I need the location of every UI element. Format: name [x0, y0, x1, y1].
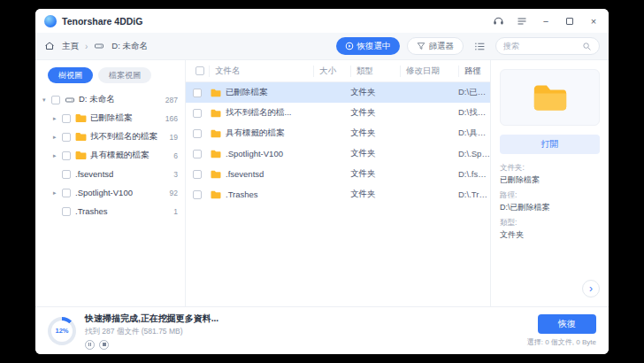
recover-icon	[345, 42, 354, 50]
recover-button[interactable]: 恢復	[538, 314, 596, 334]
checkbox[interactable]	[62, 207, 71, 216]
preview-field-label: 路徑:	[500, 190, 600, 201]
close-button[interactable]: ×	[587, 15, 600, 27]
folder-icon	[211, 89, 221, 97]
file-table: 文件名 大小 類型 修改日期 路徑 已刪除檔案 文件夹 D:\已刪除檔案 找不到…	[186, 60, 490, 306]
scan-progress-ring: 12%	[48, 317, 76, 345]
sidebar: 樹視圖 檔案視圖 ▾ D: 未命名 287 ▸ 已刪除檔案 166	[35, 60, 186, 306]
folder-icon	[211, 109, 221, 118]
expand-closed-icon[interactable]: ▸	[53, 189, 62, 197]
expand-open-icon[interactable]: ▾	[42, 97, 51, 104]
tab-tree-view[interactable]: 樹視圖	[48, 67, 93, 83]
open-button[interactable]: 打開	[500, 135, 600, 154]
header-type[interactable]: 類型	[350, 66, 400, 77]
table-row[interactable]: .fseventsd 文件夹 D:\.fseventsd	[186, 164, 490, 184]
tree-item-label: D: 未命名	[79, 94, 115, 105]
tree-item-spotlight[interactable]: ▸ .Spotlight-V100 92	[35, 183, 185, 202]
file-type: 文件夹	[350, 107, 400, 119]
file-type: 文件夹	[350, 87, 400, 98]
search-input[interactable]	[503, 42, 582, 50]
breadcrumb-drive[interactable]: D: 未命名	[111, 41, 148, 52]
table-row[interactable]: 找不到檔名的檔... 文件夹 D:\找不到檔名的檔案	[186, 103, 490, 123]
tree-item-drive[interactable]: ▾ D: 未命名 287	[35, 90, 185, 109]
stop-icon	[103, 343, 106, 346]
tab-file-view[interactable]: 檔案視圖	[98, 67, 151, 83]
checkbox[interactable]	[62, 170, 71, 179]
table-row[interactable]: 已刪除檔案 文件夹 D:\已刪除檔案	[186, 82, 490, 103]
file-type: 文件夹	[350, 127, 400, 139]
toolbar: 主頁 › D: 未命名 恢復選中 篩選器	[35, 33, 609, 60]
checkbox[interactable]	[193, 129, 202, 138]
tree-item-count: 166	[165, 114, 178, 123]
file-name: 已刪除檔案	[226, 87, 268, 98]
expand-closed-icon[interactable]: ▸	[53, 152, 62, 159]
file-name: .Spotlight-V100	[226, 149, 283, 158]
menu-icon[interactable]	[516, 15, 528, 27]
expand-closed-icon[interactable]: ▸	[53, 134, 62, 141]
tree-item-lost-name-files[interactable]: ▸ 找不到檔名的檔案 19	[35, 127, 185, 146]
tree-item-label: .Trashes	[75, 206, 108, 216]
scan-status-text: 快速掃描完成,正在挖掘更多資料...	[85, 313, 218, 325]
file-type: 文件夹	[350, 148, 400, 159]
app-title: Tenorshare 4DDiG	[62, 16, 142, 27]
folder-icon	[211, 170, 221, 179]
checkbox[interactable]	[62, 151, 71, 160]
headset-icon[interactable]	[492, 15, 504, 27]
preview-thumbnail	[500, 69, 600, 126]
app-logo-icon	[44, 15, 57, 27]
pause-scan-button[interactable]	[85, 340, 95, 350]
tree-item-count: 92	[170, 189, 178, 197]
tree-item-label: 已刪除檔案	[90, 112, 133, 124]
content-area: 樹視圖 檔案視圖 ▾ D: 未命名 287 ▸ 已刪除檔案 166	[35, 60, 609, 306]
minimize-button[interactable]: −	[540, 15, 552, 27]
checkbox[interactable]	[193, 190, 202, 199]
tree-item-deleted-files[interactable]: ▸ 已刪除檔案 166	[35, 109, 185, 127]
select-all-checkbox[interactable]	[196, 66, 204, 75]
tree-item-tagged-files[interactable]: ▸ 具有標籤的檔案 6	[35, 146, 185, 165]
header-name[interactable]: 文件名	[209, 66, 313, 77]
breadcrumb: 主頁 › D: 未命名	[44, 41, 148, 52]
checkbox[interactable]	[62, 189, 71, 197]
expand-closed-icon[interactable]: ▸	[53, 115, 62, 122]
drive-icon	[94, 41, 104, 51]
tree-item-trashes[interactable]: .Trashes 1	[35, 202, 185, 220]
checkbox[interactable]	[193, 89, 202, 97]
tree-item-count: 1	[173, 207, 178, 216]
checkbox[interactable]	[193, 150, 202, 158]
checkbox[interactable]	[51, 96, 60, 104]
folder-icon	[211, 190, 221, 199]
checkbox[interactable]	[62, 133, 71, 142]
header-modified[interactable]: 修改日期	[400, 66, 458, 77]
breadcrumb-home[interactable]: 主頁	[62, 41, 79, 52]
filter-button[interactable]: 篩選器	[407, 37, 464, 55]
tree-item-count: 287	[165, 96, 178, 104]
checkbox[interactable]	[62, 114, 71, 123]
checkbox[interactable]	[193, 170, 202, 179]
table-row[interactable]: .Spotlight-V100 文件夹 D:\.Spotlight-V100	[186, 143, 490, 164]
table-row[interactable]: .Trashes 文件夹 D:\.Trashes	[186, 184, 490, 205]
drive-icon	[65, 95, 75, 105]
tree-item-label: .fseventsd	[75, 169, 113, 179]
chevron-right-icon: ›	[85, 42, 88, 51]
table-row[interactable]: 具有標籤的檔案 文件夹 D:\具有標籤的檔案	[186, 123, 490, 143]
file-name: 找不到檔名的檔...	[226, 107, 291, 119]
home-icon[interactable]	[44, 41, 55, 51]
tree-item-fseventsd[interactable]: .fseventsd 3	[35, 165, 185, 183]
folder-icon	[75, 113, 87, 123]
preview-field-label: 類型:	[500, 218, 600, 228]
expand-preview-button[interactable]: ›	[582, 280, 600, 297]
tree-item-count: 3	[173, 170, 178, 179]
preview-field-label: 文件夹:	[500, 163, 600, 174]
list-view-icon[interactable]	[471, 37, 488, 55]
checkbox[interactable]	[193, 109, 202, 118]
tree-item-label: 找不到檔名的檔案	[90, 131, 157, 143]
stop-scan-button[interactable]	[99, 340, 109, 350]
maximize-button[interactable]	[564, 15, 576, 27]
recover-selected-button[interactable]: 恢復選中	[336, 37, 400, 55]
search-icon[interactable]	[582, 42, 592, 51]
header-size[interactable]: 大小	[313, 66, 350, 77]
preview-field-value: 已刪除檔案	[500, 174, 600, 186]
preview-panel: 打開 文件夹: 已刪除檔案 路徑: D:\已刪除檔案 類型: 文件夹 ›	[490, 60, 609, 306]
app-window: Tenorshare 4DDiG − × 主頁 › D: 未命名	[35, 9, 609, 354]
header-path[interactable]: 路徑	[458, 66, 490, 77]
